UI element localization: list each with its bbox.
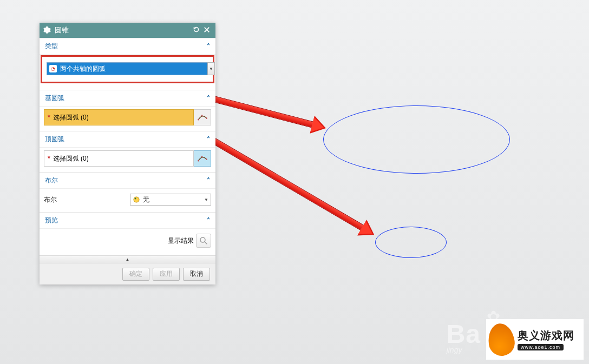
top-arc-selector[interactable]: * 选择圆弧 (0) [44,150,211,167]
svg-point-3 [198,160,199,162]
boolean-dropdown[interactable]: 无 ▼ [130,194,211,206]
site-url: www.aoe1.com [518,344,564,350]
close-icon[interactable] [201,27,212,35]
section-label: 布尔 [45,176,58,185]
section-label: 类型 [45,42,58,51]
site-name: 奥义游戏网 [518,328,574,343]
section-label: 预览 [45,216,58,225]
base-arc-label: 选择圆弧 (0) [53,113,89,122]
cancel-button[interactable]: 取消 [183,268,210,281]
section-body-base-arc: * 选择圆弧 (0) [40,106,215,131]
top-arc-ellipse [375,227,447,258]
section-body-boolean: 布尔 无 ▼ [40,188,215,212]
chevron-up-icon: ˄ [207,43,210,50]
section-header-boolean[interactable]: 布尔 ˄ [40,172,215,188]
section-header-type[interactable]: 类型 ˄ [40,38,215,54]
boolean-value: 无 [143,195,149,204]
base-arc-selector[interactable]: * 选择圆弧 (0) [44,109,211,125]
section-header-top-arc[interactable]: 顶圆弧 ˄ [40,131,215,147]
apply-button[interactable]: 应用 [153,268,180,281]
flame-icon [488,323,514,356]
section-body-preview: 显示结果 [40,228,215,255]
svg-point-4 [206,158,207,160]
boolean-field-label: 布尔 [44,195,76,204]
paw-icon: ✿ [487,307,500,326]
watermark: ✿ Ba jingy 奥义游戏网 www.aoe1.com [107,305,589,364]
section-label: 顶圆弧 [45,135,64,144]
chevron-up-icon: ˄ [207,177,210,184]
reset-icon[interactable] [191,26,201,35]
dialog-button-bar: 确定 应用 取消 [40,263,215,284]
ok-button[interactable]: 确定 [122,268,149,281]
chevron-up-icon: ˄ [207,95,210,102]
chevron-up-icon: ˄ [207,136,210,143]
svg-point-2 [201,115,202,116]
arc-picker-icon[interactable] [194,109,211,125]
arc-picker-icon[interactable] [194,150,211,167]
section-body-type: ◔ 两个共轴的圆弧 ▼ [40,54,215,90]
type-value: 两个共轴的圆弧 [60,64,106,74]
type-highlight: ◔ 两个共轴的圆弧 ▼ [41,55,214,83]
section-label: 基圆弧 [45,94,64,103]
chevron-up-icon: ˄ [207,217,210,224]
type-combo[interactable]: ◔ 两个共轴的圆弧 ▼ [47,62,208,75]
top-arc-label: 选择圆弧 (0) [53,154,89,163]
svg-point-0 [198,119,199,121]
dialog-title: 圆锥 [55,25,191,35]
cone-type-icon: ◔ [49,65,57,72]
show-result-button[interactable] [196,234,211,248]
cone-dialog: 圆锥 类型 ˄ ◔ 两个共轴的圆弧 ▼ 基圆弧 ˄ * [40,23,215,284]
background-watermark-text: Ba jingy [447,319,481,354]
dialog-titlebar[interactable]: 圆锥 [40,23,215,38]
required-icon: * [48,114,50,121]
dropdown-caret-icon: ▼ [204,197,208,202]
required-icon: * [48,155,50,162]
svg-point-5 [201,156,202,157]
section-header-preview[interactable]: 预览 ˄ [40,212,215,228]
section-header-base-arc[interactable]: 基圆弧 ˄ [40,90,215,106]
section-body-top-arc: * 选择圆弧 (0) [40,147,215,172]
dropdown-caret-icon[interactable]: ▼ [207,62,215,75]
svg-point-1 [206,117,207,119]
svg-point-7 [135,198,136,200]
svg-point-6 [134,197,139,202]
none-icon [133,196,140,203]
expand-handle[interactable]: ▲ [40,255,215,263]
gear-icon[interactable] [43,27,51,34]
base-arc-ellipse [323,105,510,174]
site-logo: 奥义游戏网 www.aoe1.com [486,319,584,360]
show-result-label: 显示结果 [168,236,194,246]
